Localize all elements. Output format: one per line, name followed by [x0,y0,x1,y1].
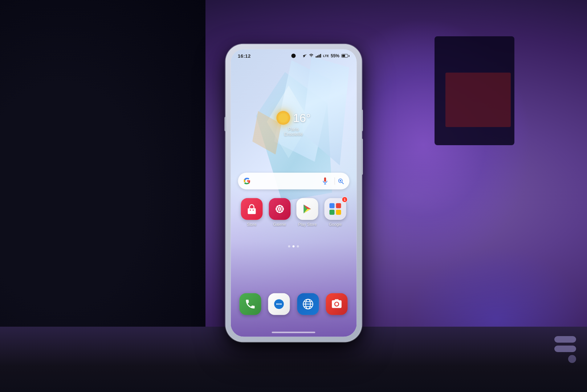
app-row-1: Store [238,198,349,226]
svg-point-15 [276,208,277,210]
volume-down-button[interactable] [224,117,226,131]
svg-point-9 [253,209,254,211]
phone-wrapper: 16:12 [225,44,362,342]
svg-point-16 [282,208,284,210]
svg-rect-25 [330,203,335,208]
front-camera [292,54,296,58]
svg-point-12 [279,208,280,210]
store-icon[interactable] [241,198,262,220]
voice-search-icon[interactable] [321,177,329,185]
floating-circle [568,355,576,363]
floating-ui [554,336,576,363]
google-icon[interactable]: 1 [325,198,346,220]
store-label: Store [247,222,256,226]
svg-rect-7 [248,208,256,214]
clock: 16:12 [238,53,251,58]
svg-point-31 [278,303,280,305]
mute-icon [303,54,307,58]
svg-rect-28 [336,210,341,215]
page-dot-1 [288,245,290,248]
dock-camera[interactable] [326,293,347,315]
power-button[interactable] [361,110,363,131]
svg-point-14 [279,211,281,213]
messages-icon[interactable] [268,293,290,315]
svg-line-5 [342,182,343,184]
svg-point-30 [277,303,278,305]
svg-point-8 [250,209,251,211]
weather-condition: Ensoleillé [276,132,310,137]
camera-icon[interactable] [326,293,347,315]
volume-up-button[interactable] [361,139,363,175]
dock [236,290,351,319]
floating-pill-1 [554,336,576,343]
app-galerie[interactable]: Galerie [269,198,290,226]
svg-rect-26 [336,203,341,208]
page-dots [288,245,299,248]
galerie-label: Galerie [273,222,286,226]
lte-icon: LTE [323,54,329,58]
app-grid: Store [231,198,356,229]
svg-point-6 [339,180,341,182]
search-bar[interactable] [238,173,349,189]
floating-pill-2 [554,346,576,352]
playstore-icon[interactable] [297,198,318,220]
svg-point-20 [281,210,283,212]
signal-icon [316,54,321,58]
sun-icon [276,111,290,125]
google-logo [243,177,251,185]
app-store[interactable]: Store [241,198,262,226]
wifi-icon [309,54,314,58]
page-dot-2 [293,245,295,248]
divider [334,177,335,185]
svg-point-19 [277,210,278,212]
svg-point-18 [281,206,283,208]
status-icons: LTE 55% [303,53,349,58]
google-badge: 1 [342,197,348,203]
galerie-icon[interactable] [269,198,290,220]
lens-search-icon[interactable] [337,177,344,185]
svg-rect-1 [324,177,326,182]
page-dot-3 [297,245,299,248]
dock-messages[interactable] [268,293,290,315]
home-indicator [272,332,315,333]
weather-widget[interactable]: 16° Paris Ensoleillé [276,111,310,137]
svg-point-17 [277,206,278,208]
dock-browser[interactable] [297,293,319,315]
svg-rect-27 [330,210,335,215]
bg-red-accent [445,73,511,127]
weather-city: Paris [276,126,310,132]
svg-point-32 [280,303,282,305]
google-label: Google [329,222,342,226]
phone-icon[interactable] [240,293,261,315]
phone-screen: 16:12 [231,49,356,337]
app-google[interactable]: 1 Google [325,198,346,226]
browser-icon[interactable] [297,293,319,315]
app-playstore[interactable]: Play Store [297,198,318,226]
phone-body: 16:12 [225,44,362,342]
playstore-label: Play Store [298,222,317,226]
weather-temperature: 16° [293,111,310,124]
battery-icon [341,54,349,58]
svg-point-13 [279,205,281,207]
dock-phone[interactable] [240,293,261,315]
scene: 16:12 [0,0,587,392]
battery-text: 55% [331,53,339,58]
